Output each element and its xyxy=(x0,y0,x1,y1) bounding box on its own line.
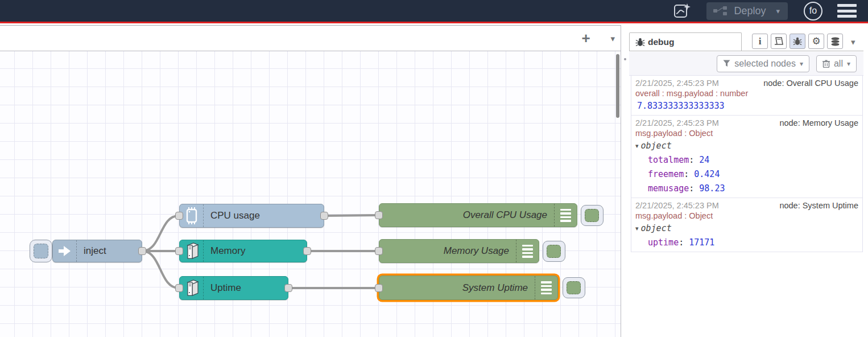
debug-list-icon xyxy=(516,240,539,262)
filter-label: selected nodes xyxy=(734,59,796,69)
entry-value: 98.23 xyxy=(699,183,725,194)
assistant-icon[interactable] xyxy=(672,2,692,20)
deploy-button[interactable]: Deploy ▾ xyxy=(706,2,788,20)
uptime-input-port[interactable] xyxy=(175,284,183,292)
wire-cpu-debug xyxy=(325,215,378,216)
object-type-label: object xyxy=(641,141,672,151)
sidebar-options-caret-icon[interactable]: ▾ xyxy=(851,37,855,47)
deploy-icon xyxy=(713,6,728,15)
node-label: inject xyxy=(84,240,106,262)
debug-memory-toggle-button[interactable] xyxy=(543,241,565,262)
entry-key: totalmem xyxy=(648,155,689,165)
user-avatar[interactable]: fo xyxy=(804,2,822,20)
message-property-path: msg.payload : Object xyxy=(635,129,858,138)
database-icon xyxy=(830,37,840,46)
message-timestamp: 2/21/2025, 2:45:23 PM xyxy=(635,118,719,128)
debug-message-list: 2/21/2025, 2:45:23 PM node: Overall CPU … xyxy=(631,76,863,252)
object-entry: totalmem: 24 xyxy=(635,155,858,165)
message-property-path: msg.payload : Object xyxy=(635,211,858,220)
debug-clear-button[interactable]: all ▾ xyxy=(816,55,857,72)
node-memory[interactable]: Memory xyxy=(179,240,307,262)
gear-icon: ⚙ xyxy=(812,35,820,47)
node-inject[interactable]: inject xyxy=(52,240,142,262)
memory-input-port[interactable] xyxy=(175,247,183,255)
inject-trigger-button[interactable] xyxy=(30,240,52,262)
node-label: System Uptime xyxy=(462,276,528,299)
message-node-name: node: Memory Usage xyxy=(779,118,858,128)
uptime-output-port[interactable] xyxy=(284,284,292,292)
trash-icon xyxy=(822,60,830,68)
debug-message[interactable]: 2/21/2025, 2:45:23 PM node: System Uptim… xyxy=(631,198,862,252)
debug-filter-button[interactable]: selected nodes ▾ xyxy=(717,55,809,72)
tab-debug-label: debug xyxy=(648,37,675,47)
debug-memory-toggle-inner xyxy=(547,245,561,258)
canvas-vertical-scrollbar[interactable] xyxy=(616,54,619,118)
object-expander[interactable]: ▾ object xyxy=(635,141,858,151)
debug-cpu-toggle-inner xyxy=(585,209,599,222)
node-cpu-usage[interactable]: CPU usage xyxy=(179,204,324,228)
info-tab-button[interactable]: i xyxy=(752,34,768,49)
entry-value: 17171 xyxy=(689,237,714,248)
cpu-output-port[interactable] xyxy=(320,212,328,220)
debug-cpu-toggle-button[interactable] xyxy=(581,205,604,226)
object-entry: freemem: 0.424 xyxy=(635,169,858,179)
message-node-name: node: System Uptime xyxy=(779,201,858,210)
debug-list-icon xyxy=(535,276,557,299)
clear-caret-icon: ▾ xyxy=(847,60,850,68)
object-entry: uptime: 17171 xyxy=(635,237,858,248)
object-entry: memusage: 98.23 xyxy=(635,183,858,194)
object-type-label: object xyxy=(641,223,672,233)
message-timestamp: 2/21/2025, 2:45:23 PM xyxy=(635,79,719,88)
sidebar-resize-handle[interactable] xyxy=(621,25,629,337)
node-debug-memory[interactable]: Memory Usage xyxy=(379,239,539,263)
deploy-label: Deploy xyxy=(734,5,766,17)
node-label: Memory xyxy=(210,240,245,262)
deploy-caret-icon[interactable]: ▾ xyxy=(774,7,782,15)
flow-tabbar: + ▾ xyxy=(0,25,621,51)
debug-uptime-toggle-inner xyxy=(567,281,581,294)
flow-canvas[interactable]: inject CPU usage xyxy=(0,51,621,337)
add-flow-button[interactable]: + xyxy=(577,30,594,47)
debug-tab-button[interactable] xyxy=(790,34,805,49)
flow-list-caret-icon[interactable]: ▾ xyxy=(610,31,615,47)
message-timestamp: 2/21/2025, 2:45:23 PM xyxy=(635,201,719,210)
filter-caret-icon: ▾ xyxy=(800,60,803,68)
inject-output-port[interactable] xyxy=(138,247,146,255)
entry-key: uptime xyxy=(648,237,679,248)
cpu-input-port[interactable] xyxy=(175,212,183,220)
debug-cpu-input-port[interactable] xyxy=(375,211,383,219)
entry-key: freemem xyxy=(648,169,684,179)
memory-output-port[interactable] xyxy=(303,247,311,255)
node-label: Overall CPU Usage xyxy=(463,204,547,227)
node-uptime[interactable]: Uptime xyxy=(179,276,288,300)
app-header: Deploy ▾ fo xyxy=(0,0,868,23)
cpu-chip-icon xyxy=(180,204,204,227)
debug-uptime-toggle-button[interactable] xyxy=(563,277,585,298)
debug-message[interactable]: 2/21/2025, 2:45:23 PM node: Memory Usage… xyxy=(631,116,862,198)
inject-trigger-inner xyxy=(34,244,48,258)
main-menu-icon[interactable] xyxy=(837,4,857,18)
clear-label: all xyxy=(834,59,843,69)
node-debug-overall-cpu[interactable]: Overall CPU Usage xyxy=(379,203,577,227)
sidebar: debug i xyxy=(629,25,868,337)
config-nodes-tab-button[interactable]: ⚙ xyxy=(808,34,824,49)
avatar-initials: fo xyxy=(809,6,817,16)
help-tab-button[interactable] xyxy=(771,34,787,49)
server-tower-icon xyxy=(180,240,204,262)
message-property-path: overall : msg.payload : number xyxy=(635,89,858,98)
entry-value: 24 xyxy=(699,155,709,165)
debug-toolbar: selected nodes ▾ all ▾ xyxy=(629,52,863,76)
node-debug-uptime[interactable]: System Uptime xyxy=(379,276,558,300)
collapse-caret-icon: ▾ xyxy=(635,142,639,150)
collapse-caret-icon: ▾ xyxy=(635,225,639,232)
debug-memory-input-port[interactable] xyxy=(375,247,383,255)
funnel-icon xyxy=(723,60,730,67)
server-tower-icon xyxy=(180,277,204,299)
debug-uptime-input-port[interactable] xyxy=(375,284,383,292)
tab-debug[interactable]: debug xyxy=(629,32,742,51)
debug-message[interactable]: 2/21/2025, 2:45:23 PM node: Overall CPU … xyxy=(631,76,862,116)
context-data-tab-button[interactable] xyxy=(827,34,843,49)
object-expander[interactable]: ▾ object xyxy=(635,223,858,233)
info-icon: i xyxy=(759,36,762,47)
book-icon xyxy=(774,37,783,46)
